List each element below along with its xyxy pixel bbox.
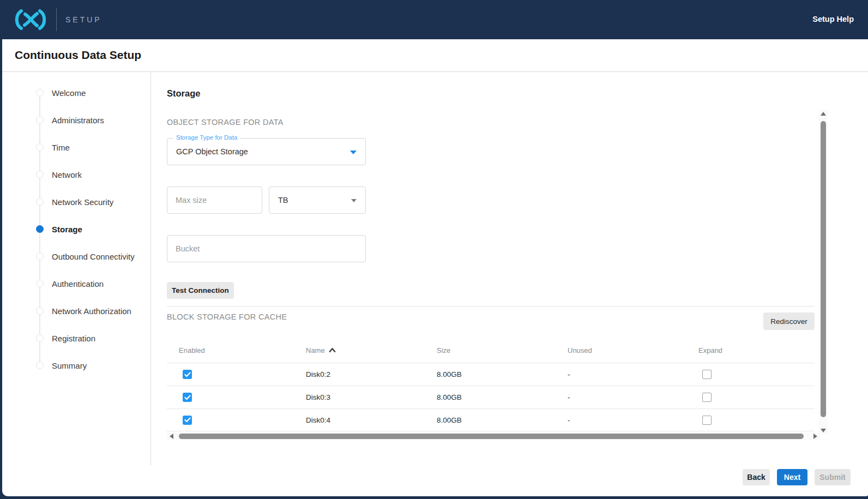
- block-storage-section-heading: BLOCK STORAGE FOR CACHE: [167, 312, 287, 321]
- disk-unused-cell: -: [556, 393, 686, 401]
- step-label: Network Authorization: [52, 306, 131, 316]
- max-size-field-wrap: [167, 187, 262, 214]
- chevron-down-icon: [351, 199, 357, 202]
- sidebar-step-registration[interactable]: Registration: [2, 324, 150, 352]
- max-size-input[interactable]: [167, 187, 262, 213]
- column-header-enabled[interactable]: Enabled: [167, 346, 294, 354]
- block-storage-table: Enabled Name Size Unused Expand: [167, 338, 815, 431]
- table-header-row: Enabled Name Size Unused Expand: [167, 338, 815, 363]
- step-label: Authentication: [52, 279, 104, 288]
- disk-name-cell: Disk0:2: [294, 370, 425, 378]
- vertical-scrollbar-thumb[interactable]: [821, 121, 826, 417]
- column-header-name[interactable]: Name: [294, 346, 425, 354]
- step-circle-icon: [36, 171, 44, 178]
- size-unit-select[interactable]: TB: [269, 187, 366, 214]
- disk-size-cell: 8.00GB: [425, 370, 556, 378]
- vertical-scrollbar[interactable]: [819, 110, 828, 435]
- step-label: Registration: [52, 334, 95, 343]
- content-panel: Continuous Data Setup Welcome Administra…: [2, 39, 868, 496]
- step-label: Network: [52, 170, 82, 179]
- step-label: Summary: [52, 361, 87, 370]
- step-circle-icon: [36, 307, 44, 315]
- expand-checkbox-unchecked[interactable]: [702, 393, 712, 402]
- disk-size-cell: 8.00GB: [425, 416, 556, 424]
- chevron-down-icon: [350, 151, 357, 154]
- step-label: Time: [52, 143, 70, 152]
- disk-size-cell: 8.00GB: [425, 393, 556, 401]
- disk-unused-cell: -: [556, 370, 686, 378]
- sort-ascending-icon: [329, 347, 336, 353]
- topbar-divider: [56, 8, 57, 31]
- enabled-checkbox-checked[interactable]: [183, 393, 192, 402]
- step-label: Outbound Connectivity: [52, 252, 135, 261]
- step-heading: Storage: [167, 88, 200, 99]
- step-circle-icon: [36, 252, 44, 260]
- storage-type-label: Storage Type for Data: [173, 134, 240, 141]
- bucket-field-wrap: [167, 235, 366, 262]
- step-label: Administrators: [52, 116, 104, 125]
- scroll-up-arrow-icon[interactable]: [821, 112, 826, 116]
- next-button[interactable]: Next: [777, 469, 807, 485]
- table-row-disk0-2: Disk0:2 8.00GB -: [167, 363, 815, 386]
- sidebar-step-outbound-connectivity[interactable]: Outbound Connectivity: [2, 243, 150, 270]
- storage-type-select[interactable]: Storage Type for Data GCP Object Storage: [167, 138, 366, 165]
- setup-app-window: SETUP Setup Help Continuous Data Setup W…: [0, 0, 868, 499]
- disk-unused-cell: -: [556, 416, 686, 424]
- scroll-right-arrow-icon[interactable]: [813, 434, 817, 439]
- step-label: Storage: [52, 225, 82, 234]
- sidebar-step-storage[interactable]: Storage: [2, 215, 150, 243]
- sidebar-step-time[interactable]: Time: [2, 134, 150, 161]
- delphix-logo-icon: [12, 7, 49, 32]
- test-connection-button[interactable]: Test Connection: [167, 282, 234, 299]
- table-row-disk0-3: Disk0:3 8.00GB -: [167, 386, 815, 408]
- scroll-down-arrow-icon[interactable]: [821, 429, 826, 432]
- wizard-sidebar: Welcome Administrators Time Network Netw…: [2, 72, 151, 465]
- top-app-bar: SETUP Setup Help: [0, 0, 868, 39]
- table-row-disk0-4: Disk0:4 8.00GB -: [167, 408, 815, 431]
- step-label: Welcome: [52, 88, 86, 98]
- step-circle-icon: [36, 116, 44, 124]
- page-title: Continuous Data Setup: [15, 49, 141, 62]
- step-label: Network Security: [52, 197, 113, 207]
- section-divider: [167, 306, 815, 306]
- disk-name-cell: Disk0:4: [294, 416, 425, 424]
- back-button[interactable]: Back: [743, 469, 770, 485]
- storage-type-value: GCP Object Storage: [176, 147, 248, 156]
- object-storage-section-heading: OBJECT STORAGE FOR DATA: [167, 118, 284, 127]
- expand-checkbox-unchecked[interactable]: [702, 416, 712, 425]
- storage-step-content: Storage OBJECT STORAGE FOR DATA Storage …: [152, 72, 868, 496]
- bucket-input[interactable]: [167, 236, 365, 262]
- column-header-unused[interactable]: Unused: [556, 346, 686, 354]
- sidebar-step-network[interactable]: Network: [2, 161, 150, 188]
- sidebar-step-authentication[interactable]: Authentication: [2, 270, 150, 297]
- sidebar-step-network-authorization[interactable]: Network Authorization: [2, 297, 150, 324]
- step-circle-icon-active: [36, 225, 44, 233]
- scroll-left-arrow-icon[interactable]: [170, 434, 173, 439]
- sidebar-step-welcome[interactable]: Welcome: [2, 79, 150, 106]
- enabled-checkbox-checked[interactable]: [183, 370, 192, 379]
- rediscover-button[interactable]: Rediscover: [763, 312, 815, 330]
- step-circle-icon: [36, 334, 44, 342]
- wizard-stepper: Welcome Administrators Time Network Netw…: [2, 72, 150, 379]
- step-circle-icon: [36, 362, 44, 369]
- wizard-footer-actions: Back Next Submit: [743, 469, 851, 485]
- step-circle-icon: [36, 89, 44, 97]
- enabled-checkbox-checked[interactable]: [183, 416, 192, 425]
- size-unit-value: TB: [278, 196, 288, 205]
- step-circle-icon: [36, 143, 44, 151]
- step-circle-icon: [36, 280, 44, 287]
- step-circle-icon: [36, 198, 44, 206]
- setup-help-link[interactable]: Setup Help: [812, 15, 854, 23]
- horizontal-scrollbar[interactable]: [167, 432, 820, 440]
- submit-button[interactable]: Submit: [815, 469, 851, 485]
- product-name: SETUP: [65, 15, 102, 24]
- column-header-name-label: Name: [306, 346, 325, 354]
- sidebar-step-network-security[interactable]: Network Security: [2, 188, 150, 215]
- horizontal-scrollbar-thumb[interactable]: [179, 434, 804, 439]
- disk-name-cell: Disk0:3: [294, 393, 425, 401]
- column-header-expand[interactable]: Expand: [686, 346, 815, 354]
- sidebar-step-summary[interactable]: Summary: [2, 352, 150, 379]
- expand-checkbox-unchecked[interactable]: [702, 370, 712, 379]
- sidebar-step-administrators[interactable]: Administrators: [2, 106, 150, 134]
- column-header-size[interactable]: Size: [425, 346, 556, 354]
